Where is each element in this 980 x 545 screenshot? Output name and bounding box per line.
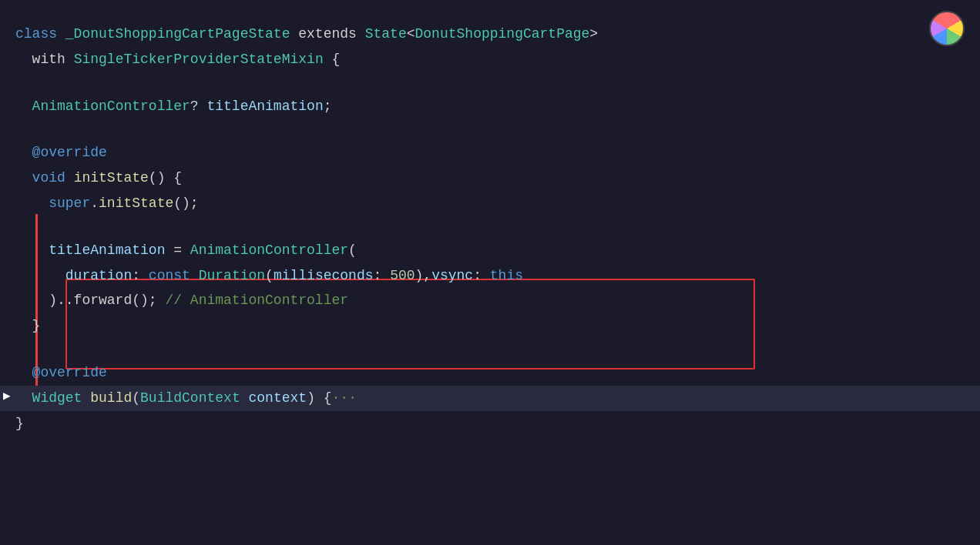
token: DonutShoppingCartPage [415, 23, 590, 45]
token: } [15, 315, 40, 337]
code-line-6: @override [0, 140, 980, 166]
token: ; [324, 95, 332, 118]
token: const [149, 265, 190, 287]
code-line-16: ▶ Widget build(BuildContext context) {··… [0, 386, 980, 411]
token [190, 265, 199, 287]
code-line-13: } [0, 313, 980, 339]
token: this [490, 265, 523, 287]
token: ? [190, 95, 207, 118]
token [15, 167, 32, 189]
token [15, 142, 32, 164]
code-line-15: @override [0, 360, 980, 386]
code-editor: class _DonutShoppingCartPageState extend… [0, 0, 980, 545]
token: build [90, 387, 132, 410]
token [240, 387, 249, 410]
token: = [165, 239, 190, 262]
token: )..forward(); [15, 289, 165, 312]
token: super [49, 192, 90, 215]
token: with [15, 48, 74, 71]
token: Duration [199, 265, 265, 287]
token: ··· [332, 387, 357, 410]
token: (); [173, 192, 198, 215]
token [15, 95, 32, 118]
code-line-3 [0, 72, 980, 94]
token: SingleTickerProviderStateMixin [74, 48, 324, 71]
code-line-1: class _DonutShoppingCartPageState extend… [0, 22, 980, 47]
token: initState [74, 167, 149, 189]
token: vsync [431, 265, 473, 287]
token: BuildContext [140, 387, 240, 410]
token: @override [32, 142, 107, 164]
token: State [365, 23, 407, 45]
token [15, 239, 49, 262]
token: class [15, 23, 65, 45]
token: > [589, 23, 598, 45]
token [65, 167, 74, 189]
code-line-9 [0, 216, 980, 238]
token: : [132, 265, 149, 287]
token [15, 362, 32, 384]
token: // AnimationController [165, 289, 348, 312]
token: context [249, 387, 307, 410]
token [15, 387, 32, 410]
code-line-10: titleAnimation = AnimationController( [0, 238, 980, 263]
token: initState [99, 192, 173, 215]
token: { [324, 48, 341, 71]
token: : [473, 265, 490, 287]
code-line-8: super.initState(); [0, 191, 980, 216]
token [82, 387, 90, 410]
token: ( [348, 239, 357, 262]
token: () { [149, 167, 182, 189]
token: Widget [32, 387, 82, 410]
code-line-11: duration: const Duration(milliseconds: 5… [0, 263, 980, 289]
token: } [15, 413, 24, 435]
token: ( [265, 265, 274, 287]
token: AnimationController [32, 95, 190, 118]
token: 500 [390, 265, 414, 287]
token [15, 265, 65, 287]
token: < [407, 23, 415, 45]
token: ( [132, 387, 140, 410]
token: AnimationController [190, 239, 348, 262]
code-line-4: AnimationController? titleAnimation; [0, 94, 980, 119]
token: : [374, 265, 391, 287]
token: milliseconds [274, 265, 374, 287]
token [15, 192, 49, 215]
code-line-2: with SingleTickerProviderStateMixin { [0, 47, 980, 72]
code-line-14 [0, 339, 980, 360]
token: _DonutShoppingCartPageState [65, 23, 290, 45]
token: @override [32, 362, 107, 384]
token: titleAnimation [49, 239, 165, 262]
token: ), [415, 265, 432, 287]
token: . [90, 192, 99, 215]
code-line-12: )..forward(); // AnimationController [0, 288, 980, 313]
code-line-5 [0, 119, 980, 140]
token: duration [65, 265, 132, 287]
token: void [32, 167, 65, 189]
token: extends [290, 23, 364, 45]
token: ) { [307, 387, 331, 410]
code-line-7: void initState() { [0, 166, 980, 191]
code-line-17: } [0, 411, 980, 436]
token: titleAnimation [206, 95, 323, 118]
current-line-arrow: ▶ [3, 387, 11, 407]
